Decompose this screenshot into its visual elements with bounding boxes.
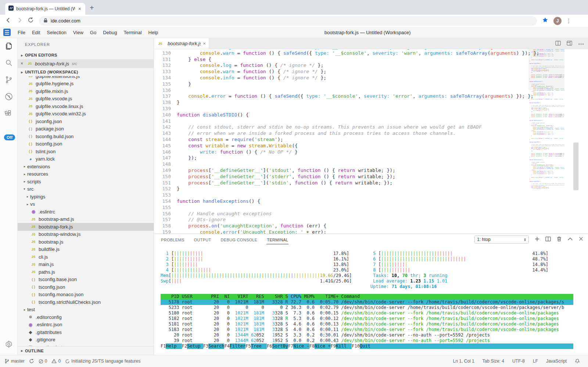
tree-item-.eslintrc.json[interactable]: ◉.eslintrc.json [18,321,154,329]
status-language-status[interactable]: Initializing JS/TS language features [65,359,140,364]
menu-help[interactable]: Help [145,30,162,35]
new-terminal-icon[interactable] [534,236,540,243]
tree-item-vs[interactable]: ▸vs [18,201,154,208]
status-encoding[interactable]: UTF-8 [512,359,525,364]
tree-item-gulpfile.mixin.js[interactable]: JSgulpfile.mixin.js [18,87,154,95]
back-icon[interactable] [3,17,14,25]
tree-item-src[interactable]: ▸src [18,186,154,193]
tree-item-bootstrap-window.js[interactable]: JSbootstrap-window.js [18,231,154,238]
tree-item-tsconfig.build.json[interactable]: { }tsconfig.build.json [18,133,154,140]
minimap[interactable]: console.log = function () { safeSend({ t… [528,49,564,189]
status-cursor-position[interactable]: Ln 1, Col 1 [453,359,474,364]
terminal-htop[interactable]: 1 [||||||||||| 17.8%] 5 [|||||||||||||||… [154,245,588,355]
outline-section-header[interactable]: ▸OUTLINE [18,346,154,355]
menu-edit[interactable]: Edit [29,30,43,35]
menu-debug[interactable]: Debug [100,30,120,35]
tree-item-tslint.json[interactable]: { }tslint.json [18,148,154,155]
close-tab-icon[interactable]: × [203,41,206,46]
tree-item-resources[interactable]: ▸resources [18,170,154,178]
tree-item-gulpfile.vscode.js[interactable]: JSgulpfile.vscode.js [18,95,154,103]
htop-selected-row[interactable]: 5178 root 20 0 1021M 181M 3328 R 72.7 0.… [161,299,573,305]
toggle-layout-icon[interactable] [567,40,572,47]
status-git-branch-status[interactable]: master [4,359,25,364]
status-notifications-bell[interactable] [575,359,580,364]
htop-function-key-bar[interactable]: F1Help F2Setup F3SearchF4FilterF5Tree F6… [161,343,573,349]
tree-item-tsconfig.json[interactable]: { }tsconfig.json [18,140,154,148]
tree-item-.eslintrc[interactable]: ◉.eslintrc [18,208,154,216]
tree-item-buildfile.js[interactable]: JSbuildfile.js [18,246,154,253]
tree-item-bootstrap-fork.js[interactable]: JSbootstrap-fork.js [18,223,154,231]
open-editors-header[interactable]: ▸OPEN EDITORS [18,51,154,59]
status-language-mode[interactable]: JavaScript [546,359,567,364]
tree-item-gulpfile.extensions.js[interactable]: JSgulpfile.extensions.js [18,76,154,80]
tree-item-tsconfig.monaco.json[interactable]: { }tsconfig.monaco.json [18,291,154,299]
forward-icon[interactable] [14,17,25,25]
menu-terminal[interactable]: Terminal [120,30,145,35]
settings-gear-icon[interactable] [0,336,18,353]
activitybar-search[interactable] [0,55,18,72]
tree-item-gulpfile.vscode.linux.js[interactable]: JSgulpfile.vscode.linux.js [18,102,154,110]
cpu-throttle-off-badge[interactable]: Off [4,134,15,140]
reload-icon[interactable] [25,17,36,25]
more-actions-icon[interactable]: ⋯ [578,40,584,47]
activitybar-source-control[interactable] [0,72,18,89]
menu-file[interactable]: File [14,30,29,35]
open-editor-item[interactable]: × JS bootstrap-fork.js src [18,59,154,68]
activitybar-extensions[interactable] [0,106,18,123]
tree-item-yarn.lock[interactable]: ◕yarn.lock [18,155,154,163]
code-editor[interactable]: 129 console.log = function () { safeSend… [154,49,588,234]
tree-item-main.js[interactable]: JSmain.js [18,261,154,269]
tree-item-.gitattributes[interactable]: ◆.gitattributes [18,328,154,336]
tree-item-extensions[interactable]: ▸extensions [18,163,154,170]
tree-item-typings[interactable]: ▸typings [18,193,154,201]
editor-scrollbar[interactable] [573,143,578,190]
tree-item-gulpfile.hygiene.js[interactable]: JSgulpfile.hygiene.js [18,80,154,88]
tree-item-package.json[interactable]: { }package.json [18,125,154,133]
status-eol[interactable]: LF [533,359,538,364]
tree-item-label: tslint.json [36,149,55,154]
tree-item-tsconfig.json[interactable]: { }tsconfig.json [18,283,154,291]
split-terminal-icon[interactable] [545,236,551,243]
tree-item-tsconfig.strictNullChecks.json[interactable]: { }tsconfig.strictNullChecks.json [18,298,154,306]
browser-tab[interactable]: bootstrap-fork.js — Untitled (W… × [5,3,85,15]
bookmark-star-icon[interactable] [542,17,548,25]
menu-go[interactable]: Go [87,30,100,35]
editor-tab-bootstrap-fork[interactable]: JS bootstrap-fork.js × [154,38,209,49]
new-tab-button[interactable]: + [90,4,94,12]
tree-item-scripts[interactable]: ▸scripts [18,178,154,186]
activitybar-explorer[interactable] [0,38,18,55]
tree-item-bootstrap-amd.js[interactable]: JSbootstrap-amd.js [18,216,154,223]
status-sync-status[interactable] [29,359,34,364]
tree-item-test[interactable]: ▸test [18,306,154,314]
close-editor-icon[interactable]: × [21,61,26,66]
tab-close-icon[interactable]: × [77,6,82,12]
tree-item-jsconfig.json[interactable]: { }jsconfig.json [18,118,154,125]
panel-tab-terminal[interactable]: TERMINAL [266,235,288,244]
tree-item-tsconfig.base.json[interactable]: { }tsconfig.base.json [18,276,154,284]
app-logo-icon[interactable] [3,29,11,36]
panel-tab-problems[interactable]: PROBLEMS [161,235,185,244]
split-editor-icon[interactable] [555,40,561,47]
panel-tab-debug-console[interactable]: DEBUG CONSOLE [220,235,258,244]
workspace-section-header[interactable]: ▸UNTITLED (WORKSPACE) [18,68,154,76]
tree-item-bootstrap.js[interactable]: JSbootstrap.js [18,238,154,246]
tree-item-gulpfile.vscode.win32.js[interactable]: JSgulpfile.vscode.win32.js [18,110,154,118]
menu-selection[interactable]: Selection [43,30,69,35]
activitybar-debug[interactable] [0,89,18,106]
browser-menu-icon[interactable]: ⋮ [566,18,571,24]
tree-item-.editorconfig[interactable]: ⚙.editorconfig [18,313,154,321]
status-error-count[interactable]: 0 [39,359,47,364]
tree-item-cli.js[interactable]: JScli.js [18,253,154,261]
maximize-panel-icon[interactable] [567,236,573,243]
kill-terminal-trash-icon[interactable] [556,236,562,243]
tree-item-paths.js[interactable]: JSpaths.js [18,268,154,276]
address-bar[interactable]: ide.coder.com [39,16,537,26]
menu-view[interactable]: View [70,30,87,35]
panel-tab-output[interactable]: OUTPUT [194,235,212,244]
profile-avatar[interactable]: J [553,17,562,25]
terminal-select[interactable]: 1: htop ▲▼ [474,235,529,244]
status-indentation[interactable]: Tab Size: 4 [483,359,504,364]
tree-item-.gitignore[interactable]: ◆.gitignore [18,336,154,344]
close-panel-icon[interactable] [578,236,584,243]
status-warning-count[interactable]: 0 [51,359,61,364]
